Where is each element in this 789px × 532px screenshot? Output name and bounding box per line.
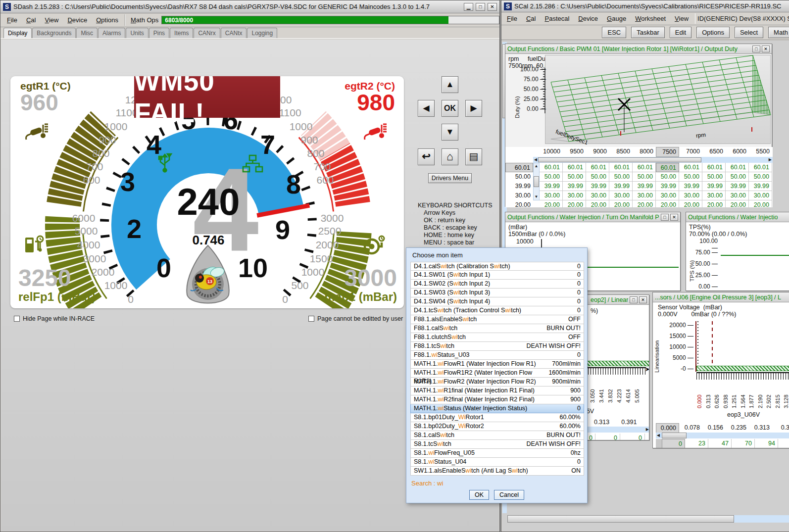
mon-item-f88-1-clutchswitch[interactable]: F88.1.clutchSwitchOFF xyxy=(410,333,584,342)
surface-cell[interactable]: 50.00 xyxy=(586,172,609,182)
surface-col-header-8000[interactable]: 8000 xyxy=(633,147,656,157)
mon-item-f88-1-alsenableswitch[interactable]: F88.1.alsEnableSwitchOFF xyxy=(410,315,584,324)
esc-button[interactable]: ESC xyxy=(602,27,626,38)
surface-cell[interactable]: 20.00 xyxy=(633,200,656,207)
eop3-cell[interactable]: 23 xyxy=(685,439,708,448)
tab-alarms[interactable]: Alarms xyxy=(98,28,125,38)
surface-cell[interactable]: 60.01 xyxy=(679,163,702,172)
mon-item-f88-1-calswitch[interactable]: F88.1.calSwitchBURN OUT! xyxy=(410,324,584,333)
surface-cell[interactable]: 60.01 xyxy=(540,163,563,172)
maximize-icon[interactable]: □ xyxy=(661,214,669,221)
surface-cell[interactable]: 30.00 xyxy=(656,191,679,200)
scrollbar-thumb[interactable] xyxy=(662,433,687,438)
menu-item-file[interactable]: File xyxy=(502,13,522,24)
sdash-titlebar[interactable]: S SDash 2.15.283 : C:\Users\Public\Docum… xyxy=(0,0,499,13)
surface-cell[interactable]: 20.00 xyxy=(609,200,633,207)
tab-units[interactable]: Units xyxy=(126,28,148,38)
tab-backgrounds[interactable]: Backgrounds xyxy=(32,28,76,38)
surface-cell[interactable]: 30.00 xyxy=(726,191,749,200)
eop2-cell[interactable]: 0 xyxy=(620,434,645,440)
mon-item-d4-1-sw02-switch-input-2[interactable]: D4.1.SW02 (Switch Input 2)0 xyxy=(410,280,584,289)
mon-item-math-1-wistatus-water-injection-status[interactable]: MATH.1.wiStatus (Water Injection Status)… xyxy=(410,404,584,413)
surface-cell[interactable]: 60.01 xyxy=(633,163,656,172)
surface-cell[interactable]: 39.99 xyxy=(540,182,563,191)
tab-cantx[interactable]: CANtx xyxy=(221,28,247,38)
taskbar-button[interactable]: Taskbar xyxy=(631,27,665,38)
menu-item-worksheet[interactable]: Worksheet xyxy=(631,13,670,24)
drivers-menu-button[interactable]: Drivers Menu xyxy=(428,173,472,183)
surface-cell[interactable]: 50.00 xyxy=(563,172,586,182)
back-button[interactable]: ↩ xyxy=(418,148,435,165)
mon-item-d4-1-sw04-switch-input-4[interactable]: D4.1.SW04 (Switch Input 4)0 xyxy=(410,297,584,306)
mon-item-d4-1-sw01-switch-input-1[interactable]: D4.1.SW01 (Switch Input 1)0 xyxy=(410,271,584,280)
surface-col-header-8500[interactable]: 8500 xyxy=(609,147,633,157)
close-icon[interactable]: ✕ xyxy=(488,3,497,11)
surface-cell[interactable]: 30.00 xyxy=(563,191,586,200)
tab-display[interactable]: Display xyxy=(3,28,32,38)
edit-button[interactable]: Edit xyxy=(670,27,691,38)
surface-cell[interactable]: 30.00 xyxy=(586,191,609,200)
surface-col-header-9500[interactable]: 9500 xyxy=(563,147,586,157)
surface-table-h-scrollbar[interactable]: ◀▶ xyxy=(533,157,773,163)
surface-cell[interactable]: 20.00 xyxy=(563,200,586,207)
mon-item-s8-1-calswitch[interactable]: S8.1.calSwitchBURN OUT! xyxy=(410,431,584,440)
mon-item-s8-1-wiflowfreq-u05[interactable]: S8.1.wiFlowFreq_U050hz xyxy=(410,449,584,458)
manifold-window-titlebar[interactable]: Output Functions / Water Injection / Tur… xyxy=(505,212,680,222)
math-button[interactable]: Math xyxy=(768,27,789,38)
surface-cell[interactable]: 39.99 xyxy=(679,182,702,191)
page-lock-checkbox[interactable]: Page cannot be editted by user xyxy=(308,315,403,322)
right-button[interactable]: ▶ xyxy=(465,100,482,117)
surface-cell[interactable]: 30.00 xyxy=(702,191,726,200)
surface-row-header-39.99[interactable]: 39.99 xyxy=(505,182,533,191)
eop3-col-header[interactable]: 0.235 xyxy=(726,423,749,433)
ok-button[interactable]: OK xyxy=(442,100,458,117)
eop2-col-header[interactable]: 0.391 xyxy=(619,418,639,427)
maximize-icon[interactable]: □ xyxy=(630,296,638,303)
eop3-cell[interactable]: 0 xyxy=(662,439,685,448)
menu-button[interactable]: ▤ xyxy=(465,148,482,165)
surface-cell[interactable]: 39.99 xyxy=(586,182,609,191)
surface-col-header-7500[interactable]: 7500 xyxy=(656,147,679,157)
surface-cell[interactable]: 50.00 xyxy=(726,172,749,182)
mon-item-s8-1-bp02duty-wirotor2[interactable]: S8.1.bp02Duty_WiRotor260.00% xyxy=(410,422,584,431)
surface-cell[interactable]: 30.00 xyxy=(679,191,702,200)
mon-item-f88-1-wistatus-u03[interactable]: F88.1.wiStatus_U030 xyxy=(410,351,584,360)
checkbox-icon[interactable] xyxy=(14,316,20,322)
surface-cell[interactable]: 30.00 xyxy=(749,191,772,200)
tps-window-titlebar[interactable]: Output Functions / Water Injectio xyxy=(686,212,789,222)
eop2-cell[interactable]: 0 xyxy=(595,434,620,440)
dialog-cancel-button[interactable]: Cancel xyxy=(494,490,524,500)
surface-cell[interactable]: 50.00 xyxy=(540,172,563,182)
surface-col-header-10000[interactable]: 10000 xyxy=(540,147,563,157)
surface-cell[interactable]: 50.00 xyxy=(749,172,772,182)
surface-cell[interactable]: 30.00 xyxy=(609,191,633,200)
checkbox-icon[interactable] xyxy=(308,316,314,322)
menu-item-cal[interactable]: Cal xyxy=(522,13,541,24)
surface-cell[interactable]: 39.99 xyxy=(563,182,586,191)
menu-item-device[interactable]: Device xyxy=(574,13,602,24)
eop3-cell[interactable]: 70 xyxy=(732,439,755,448)
scrollbar-thumb[interactable] xyxy=(507,515,734,523)
surface-row-header-20.00[interactable]: 20.00 xyxy=(505,200,533,207)
surface-cell[interactable]: 39.99 xyxy=(656,182,679,191)
surface-cell[interactable]: 60.01 xyxy=(656,163,679,172)
surface-cell[interactable]: 50.00 xyxy=(656,172,679,182)
eop3-cell[interactable]: 47 xyxy=(708,439,732,448)
options-button[interactable]: Options xyxy=(696,27,730,38)
eop3-col-header[interactable]: 0.156 xyxy=(702,423,726,433)
surface-col-header-5500[interactable]: 5500 xyxy=(749,147,772,157)
left-button[interactable]: ◀ xyxy=(418,100,435,117)
surface-table-v-scrollbar[interactable]: ▲▼ xyxy=(533,163,540,200)
surface-row-header-60.01[interactable]: 60.01 xyxy=(505,163,533,172)
surface-cell[interactable]: 50.00 xyxy=(679,172,702,182)
tab-misc[interactable]: Misc xyxy=(76,28,98,38)
scal-titlebar[interactable]: S SCal 2.15.286 : C:\Users\Public\Docume… xyxy=(501,0,789,12)
mon-item-d4-1-sw03-switch-input-3[interactable]: D4.1.SW03 (Switch Input 3)0 xyxy=(410,289,584,297)
surface-cell[interactable]: 60.01 xyxy=(726,163,749,172)
surface-cell[interactable]: 20.00 xyxy=(540,200,563,207)
scrollbar-thumb[interactable] xyxy=(538,157,701,162)
surface-table[interactable]: 1000095009000850080007500700065006000550… xyxy=(505,147,773,207)
surface-cell[interactable]: 30.00 xyxy=(540,191,563,200)
tab-items[interactable]: Items xyxy=(170,28,193,38)
mon-item-s8-1-tcswitch[interactable]: S8.1.tcSwitchDEATH WISH OFF! xyxy=(410,440,584,449)
